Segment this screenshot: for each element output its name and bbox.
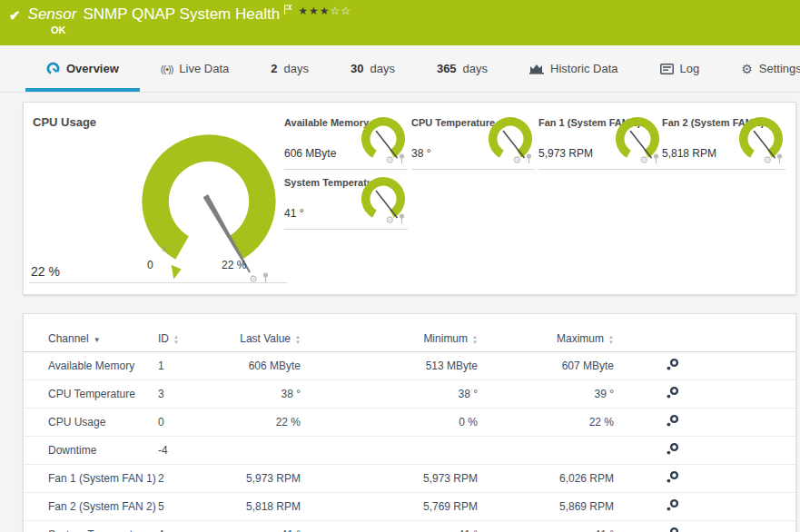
priority-stars[interactable]: ★★★☆☆ [298,5,351,17]
object-kind-label: Sensor [28,5,77,24]
sort-icon: ▲▼ [608,334,614,345]
status-ok-check-icon: ✔ [9,7,21,24]
column-label: Last Value [240,332,291,345]
gauge-settings-gear-icon[interactable]: ⚙ [249,274,258,284]
column-label: Minimum [423,332,468,345]
tab-bar: Overview ((•)) Live Data 2 days 30 days … [0,45,800,93]
channel-id: 0 [158,409,212,437]
channel-last-value: 5,818 RPM [212,493,301,521]
channel-settings-icon[interactable] [666,358,679,374]
tab-label: Live Data [179,62,229,75]
divider [411,169,535,170]
live-icon: ((•)) [161,64,173,74]
channel-last-value: 606 MByte [212,352,301,380]
gear-icon: ⚙ [741,62,753,76]
column-label: ID [158,332,169,345]
column-label: Channel [48,332,89,345]
gauge-settings-gear-icon[interactable]: ⚙ [385,215,394,225]
channel-table-panel: Channel▼ ID▲▼ Last Value▲▼ Minimum▲▼ Max… [23,313,796,532]
channel-name: Available Memory [24,352,158,380]
sensor-title: SNMP QNAP System Health [83,5,280,24]
channel-id: 3 [158,380,212,409]
column-header-channel[interactable]: Channel▼ [24,325,158,352]
tab-log[interactable]: Log [639,45,721,92]
channel-name: Downtime [24,437,158,465]
tab-settings[interactable]: ⚙ Settings [720,45,800,92]
gauge-pin-icon[interactable] [525,152,533,168]
tab-label: days [370,62,394,75]
channel-settings-icon[interactable] [666,498,679,515]
tab-overview[interactable]: Overview [25,45,140,92]
cpu-usage-gauge: x [125,121,292,281]
flag-icon[interactable] [283,3,292,19]
column-filler [685,325,795,352]
channel-settings-icon[interactable] [666,470,679,487]
gauge-settings-gear-icon[interactable]: ⚙ [512,155,521,165]
channel-name: CPU Temperature [24,380,158,409]
channel-last-value: 41 ° [212,521,301,532]
channel-id: 2 [158,465,212,493]
column-label: Maximum [557,332,604,345]
channel-maximum: 6,026 RPM [478,465,614,493]
channel-minimum: 0 % [301,409,478,437]
channel-maximum: 607 MByte [478,352,614,380]
tab-2-days[interactable]: 2 days [250,45,330,92]
chart-icon [529,63,544,74]
gauge-pin-icon[interactable] [652,152,660,168]
gauge-pin-icon[interactable] [775,152,784,168]
gauge-value: 5,818 RPM [662,147,716,160]
gauge-pin-icon[interactable] [262,271,270,287]
tab-30-days[interactable]: 30 days [330,45,416,92]
stars-filled[interactable]: ★★★ [298,5,330,17]
sort-icon: ▲▼ [173,334,179,345]
gauge-settings-gear-icon[interactable]: ⚙ [385,155,394,165]
tab-number: 30 [351,62,363,75]
tab-number: 2 [271,62,277,75]
gauge-pin-icon[interactable] [398,212,406,228]
stars-empty[interactable]: ☆☆ [330,5,351,17]
gauge-title: Available Memory [284,117,369,128]
table-row: Fan 2 (System FAN 2) 5 5,818 RPM 5,769 R… [24,493,795,521]
channel-name: Fan 2 (System FAN 2) [24,493,158,521]
gauge-cell-cpu-temperature: CPU Temperature 38 ° ⚙ [411,110,535,170]
channel-maximum: 5,869 RPM [478,493,614,521]
channel-name: System Temperature [24,521,158,532]
tab-live-data[interactable]: ((•)) Live Data [140,45,250,92]
column-header-actions [614,325,685,352]
divider [538,169,662,170]
channel-settings-icon[interactable] [666,527,679,532]
column-header-minimum[interactable]: Minimum▲▼ [301,325,478,352]
channel-last-value: 5,973 RPM [212,465,301,493]
channel-settings-icon[interactable] [666,386,679,402]
gauge-settings-gear-icon[interactable]: ⚙ [763,155,772,165]
gauges-panel: CPU Usage x 0 22 % 22 % ⚙ Available Memo… [23,102,796,295]
table-row: Available Memory 1 606 MByte 513 MByte 6… [24,352,795,380]
gauge-scale-min: 0 [147,259,153,271]
tab-historic-data[interactable]: Historic Data [509,45,638,92]
column-header-maximum[interactable]: Maximum▲▼ [478,325,614,352]
log-icon [660,64,674,74]
column-header-id[interactable]: ID▲▼ [158,325,212,352]
gauge-settings-gear-icon[interactable]: ⚙ [639,155,648,165]
channel-minimum: 41 ° [301,521,478,532]
channel-maximum [478,437,614,465]
table-row: Fan 1 (System FAN 1) 2 5,973 RPM 5,973 R… [24,465,795,493]
channel-maximum: 39 ° [478,380,614,409]
column-header-last-value[interactable]: Last Value▲▼ [212,325,301,352]
channel-last-value: 22 % [212,409,301,437]
channel-table: Channel▼ ID▲▼ Last Value▲▼ Minimum▲▼ Max… [24,325,795,532]
sort-desc-icon: ▼ [94,336,101,344]
channel-settings-icon[interactable] [666,414,679,430]
gauge-pin-icon[interactable] [398,152,406,168]
channel-maximum: 22 % [478,409,614,437]
gauge-value: 606 MByte [284,147,336,160]
channel-settings-icon[interactable] [666,442,679,458]
table-header-row: Channel▼ ID▲▼ Last Value▲▼ Minimum▲▼ Max… [24,325,795,352]
tab-365-days[interactable]: 365 days [416,45,509,92]
table-row: System Temperature 4 41 ° 41 ° 41 ° [24,521,795,532]
table-row: Downtime -4 [24,437,795,465]
channel-maximum: 41 ° [478,521,614,532]
sort-icon: ▲▼ [472,334,478,345]
primary-gauge-title: CPU Usage [33,115,96,129]
channel-minimum: 5,769 RPM [301,493,478,521]
